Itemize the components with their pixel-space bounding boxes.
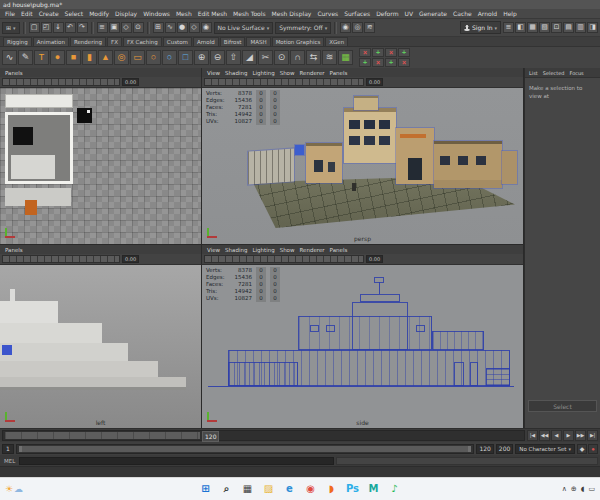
- make-live-icon[interactable]: ◉: [201, 22, 212, 33]
- shelf-tab[interactable]: Rigging: [3, 37, 32, 46]
- snap-to-point-icon[interactable]: ●: [177, 22, 188, 33]
- time-slider[interactable]: 120: [2, 430, 525, 441]
- pencil-curve-icon[interactable]: ✎: [18, 50, 33, 65]
- spotify-icon[interactable]: ♪: [387, 481, 402, 497]
- shelf-delete-icon[interactable]: ×: [359, 48, 371, 57]
- menu-item[interactable]: UV: [402, 10, 417, 17]
- viewport-exposure-field[interactable]: 0.00: [366, 255, 383, 263]
- tray-network-icon[interactable]: ⊕: [571, 485, 577, 493]
- menu-item[interactable]: Edit Mesh: [195, 10, 230, 17]
- current-frame-indicator[interactable]: 120: [202, 431, 219, 442]
- select-by-object-icon[interactable]: ▣: [109, 22, 120, 33]
- range-slider-bar[interactable]: [19, 446, 471, 452]
- shelf-tab[interactable]: MASH: [246, 37, 270, 46]
- menu-item[interactable]: Edit: [18, 10, 36, 17]
- viewport-toolbar-icons[interactable]: [2, 255, 120, 263]
- uv-editor-toggle-icon[interactable]: ▦: [527, 22, 538, 33]
- shelf-tab[interactable]: FX: [107, 37, 122, 46]
- poly-cube-icon[interactable]: ■: [66, 50, 81, 65]
- modeling-toolkit-toggle-icon[interactable]: ◧: [515, 22, 526, 33]
- start-button[interactable]: ⊞: [198, 481, 213, 497]
- tray-volume-icon[interactable]: ◖: [581, 485, 585, 493]
- weather-widget[interactable]: ☀ ☁: [5, 484, 23, 494]
- smooth-icon[interactable]: ≋: [322, 50, 337, 65]
- ipr-render-icon[interactable]: ◎: [352, 22, 363, 33]
- poly-cylinder-icon[interactable]: ▮: [82, 50, 97, 65]
- menu-item[interactable]: Select: [62, 10, 87, 17]
- go-to-start-button[interactable]: |◀: [527, 430, 538, 441]
- snap-to-plane-icon[interactable]: ◇: [189, 22, 200, 33]
- auto-keyframe-toggle-icon[interactable]: ●: [588, 444, 598, 454]
- task-view-icon[interactable]: ▦: [240, 481, 255, 497]
- menu-item[interactable]: File: [2, 10, 18, 17]
- shelf-delete-icon[interactable]: ×: [372, 58, 384, 67]
- extrude-icon[interactable]: ⇧: [226, 50, 241, 65]
- menu-item[interactable]: Display: [112, 10, 140, 17]
- shelf-tab[interactable]: Custom: [163, 37, 192, 46]
- text-tool-icon[interactable]: T: [34, 50, 49, 65]
- viewport-exposure-field[interactable]: 0.00: [122, 78, 139, 86]
- viewport-exposure-field[interactable]: 0.00: [122, 255, 139, 263]
- bridge-icon[interactable]: ∩: [290, 50, 305, 65]
- shelf-tab[interactable]: FX Caching: [123, 37, 162, 46]
- shelf-tab[interactable]: Bifrost: [220, 37, 246, 46]
- command-line-input[interactable]: [19, 457, 333, 465]
- menu-set-dropdown[interactable]: ⊞ ▾: [2, 22, 20, 34]
- anim-start-field[interactable]: 1: [2, 444, 14, 454]
- channel-box-toggle-icon[interactable]: ▥: [575, 22, 586, 33]
- side-viewport-canvas[interactable]: Verts: 8378 0 0 Edges: 15436 0 0 Faces: …: [202, 265, 523, 428]
- attribute-editor-toggle-icon[interactable]: ▤: [563, 22, 574, 33]
- menu-item[interactable]: Cache: [450, 10, 475, 17]
- select-by-component-icon[interactable]: ◇: [121, 22, 132, 33]
- playback-end-field[interactable]: 120: [476, 444, 493, 454]
- redo-icon[interactable]: ↷: [77, 22, 88, 33]
- menu-item[interactable]: Create: [36, 10, 62, 17]
- xgen-toggle-icon[interactable]: ▧: [539, 22, 550, 33]
- live-surface-dropdown[interactable]: No Live Surface ▾: [214, 22, 274, 34]
- menu-item[interactable]: Mesh: [173, 10, 195, 17]
- viewport-menu-item[interactable]: Panels: [328, 70, 350, 76]
- menu-item[interactable]: Modify: [86, 10, 112, 17]
- shelf-tab[interactable]: XGen: [325, 37, 348, 46]
- shelf-tab[interactable]: Arnold: [193, 37, 219, 46]
- menu-item[interactable]: Surfaces: [341, 10, 373, 17]
- poly-sphere-icon[interactable]: ●: [50, 50, 65, 65]
- poly-plane-icon[interactable]: ▭: [130, 50, 145, 65]
- arnold-toggle-icon[interactable]: ◨: [587, 22, 598, 33]
- curve-tool-icon[interactable]: ∿: [2, 50, 17, 65]
- menu-item[interactable]: Help: [500, 10, 520, 17]
- viewport-menu-item[interactable]: Show: [278, 70, 297, 76]
- menu-item[interactable]: Generate: [416, 10, 450, 17]
- tray-battery-icon[interactable]: ▭: [588, 485, 595, 493]
- symmetry-dropdown[interactable]: Symmetry: Off ▾: [275, 22, 331, 34]
- shelf-delete-icon[interactable]: ×: [385, 48, 397, 57]
- target-weld-icon[interactable]: ⊙: [274, 50, 289, 65]
- outliner-toggle-icon[interactable]: ≡: [503, 22, 514, 33]
- shelf-tab[interactable]: Animation: [33, 37, 69, 46]
- play-button[interactable]: ▶: [563, 430, 574, 441]
- search-icon[interactable]: ⌕: [219, 481, 234, 497]
- viewport-toolbar-icons[interactable]: [204, 78, 364, 86]
- step-back-frame-button[interactable]: ◀◀: [539, 430, 550, 441]
- shelf-delete-icon[interactable]: ×: [398, 58, 410, 67]
- viewport-menu-item[interactable]: Panels: [3, 247, 25, 253]
- attribute-editor-menu[interactable]: Selected: [541, 70, 567, 76]
- shelf-create-icon[interactable]: +: [398, 48, 410, 57]
- tool-settings-toggle-icon[interactable]: ⊡: [551, 22, 562, 33]
- menu-item[interactable]: Arnold: [475, 10, 500, 17]
- bevel-icon[interactable]: ◢: [242, 50, 257, 65]
- left-viewport-canvas[interactable]: left: [0, 265, 201, 428]
- command-line-mode-label[interactable]: MEL: [2, 458, 17, 464]
- nurbs-square-icon[interactable]: □: [178, 50, 193, 65]
- viewport-toolbar-icons[interactable]: [204, 255, 364, 263]
- viewport-menu-item[interactable]: Lighting: [250, 70, 276, 76]
- chrome-icon[interactable]: ◉: [303, 481, 318, 497]
- viewport-menu-item[interactable]: Show: [278, 247, 297, 253]
- highlight-selection-icon[interactable]: ⊙: [133, 22, 144, 33]
- render-current-frame-icon[interactable]: ◉: [340, 22, 351, 33]
- undo-icon[interactable]: ↶: [65, 22, 76, 33]
- anim-end-field[interactable]: 200: [496, 444, 513, 454]
- viewport-menu-item[interactable]: Shading: [223, 247, 249, 253]
- shelf-tab[interactable]: Motion Graphics: [272, 37, 325, 46]
- viewport-menu-item[interactable]: Panels: [3, 70, 25, 76]
